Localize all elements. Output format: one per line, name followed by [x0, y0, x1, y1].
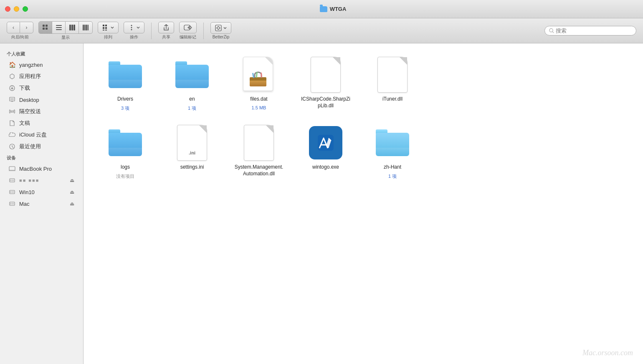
- svg-rect-14: [103, 25, 104, 26]
- svg-rect-2: [43, 28, 45, 30]
- window-title: WTGA: [330, 6, 347, 12]
- view-flow-btn[interactable]: [79, 22, 92, 33]
- filesdat-icon-wrapper: [240, 56, 278, 94]
- edittag-button[interactable]: [179, 22, 197, 33]
- forward-button[interactable]: ›: [20, 22, 33, 33]
- svg-rect-0: [43, 25, 45, 27]
- svg-rect-1: [46, 25, 48, 27]
- sidebar-item-apps[interactable]: 应用程序: [2, 71, 81, 82]
- file-item-ituner[interactable]: iTuner.dll: [367, 56, 418, 111]
- zhHant-folder-icon: [376, 129, 409, 156]
- desktop-icon: [8, 96, 16, 104]
- logs-folder-icon: [109, 129, 142, 156]
- view-buttons: [38, 21, 93, 34]
- svg-rect-33: [9, 167, 15, 170]
- view-column-btn[interactable]: [66, 22, 79, 33]
- minimize-button[interactable]: [14, 6, 19, 12]
- sidebar-item-disk1[interactable]: ■■ ■■■ ⏏: [2, 174, 81, 186]
- sidebar-item-mac[interactable]: Mac ⏏: [2, 198, 81, 210]
- sort-button[interactable]: [98, 22, 119, 33]
- svg-rect-34: [9, 170, 15, 171]
- divider-1: [151, 23, 152, 39]
- file-item-wintogo[interactable]: wintogo.exe: [301, 124, 351, 179]
- filesdat-meta: 1.5 MB: [252, 105, 266, 110]
- sidebar-label-yangzhen: yangzhen: [19, 62, 43, 68]
- file-item-settings[interactable]: .ini settings.ini: [167, 124, 217, 179]
- zhHant-name: zh-Hant: [384, 164, 401, 171]
- ituner-name: iTuner.dll: [382, 96, 403, 103]
- logs-icon-wrapper: [106, 124, 144, 162]
- back-button[interactable]: ‹: [7, 22, 20, 33]
- nav-buttons: ‹ ›: [7, 22, 33, 33]
- svg-point-37: [13, 180, 14, 181]
- file-item-zhHant[interactable]: zh-Hant 1 项: [367, 124, 418, 179]
- svg-point-31: [11, 111, 13, 112]
- zhHant-icon-wrapper: [374, 124, 411, 162]
- main-area: 个人收藏 🏠 yangzhen 应用程序 下载 Desktop: [0, 43, 643, 364]
- svg-rect-25: [215, 25, 221, 31]
- nav-group: ‹ › 向后/向前: [7, 22, 33, 40]
- sidebar-item-icloud[interactable]: iCloud 云盘: [2, 129, 81, 141]
- share-group: 共享: [158, 22, 174, 40]
- action-group: 操作: [124, 22, 144, 40]
- settings-icon-wrapper: .ini: [173, 124, 211, 162]
- win10-icon: [8, 188, 16, 196]
- close-button[interactable]: [5, 6, 10, 12]
- sysmanage-file-icon: [244, 125, 274, 161]
- svg-rect-42: [10, 203, 12, 205]
- filesdat-name: files.dat: [250, 96, 267, 103]
- sidebar-item-macbook[interactable]: MacBook Pro: [2, 163, 81, 174]
- view-list-btn[interactable]: [52, 22, 66, 33]
- svg-rect-18: [103, 30, 104, 30]
- sidebar-item-desktop[interactable]: Desktop: [2, 94, 81, 106]
- drivers-folder-icon: [109, 61, 142, 88]
- divider-2: [203, 23, 204, 39]
- file-item-drivers[interactable]: Drivers 3 项: [100, 56, 150, 111]
- ituner-file-icon: [377, 57, 408, 93]
- sysmanage-icon-wrapper: [240, 124, 278, 162]
- view-icon-btn[interactable]: [39, 22, 52, 33]
- betterzip-button[interactable]: [210, 22, 231, 34]
- eject-mac[interactable]: ⏏: [69, 201, 75, 207]
- svg-rect-6: [56, 29, 62, 30]
- sidebar-section-devices: 设备: [0, 152, 83, 163]
- betterzip-label: BetterZip: [213, 35, 230, 39]
- sidebar-item-yangzhen[interactable]: 🏠 yangzhen: [2, 59, 81, 71]
- maximize-button[interactable]: [23, 6, 28, 12]
- sidebar-item-win10[interactable]: Win10 ⏏: [2, 186, 81, 198]
- svg-rect-10: [83, 25, 84, 30]
- svg-rect-4: [56, 25, 62, 26]
- en-name: en: [189, 96, 195, 103]
- file-item-sysmanage[interactable]: System.Management.Automation.dll: [234, 124, 284, 179]
- file-item-en[interactable]: en 1 项: [167, 56, 217, 111]
- svg-rect-16: [103, 27, 104, 29]
- window-controls: [5, 6, 28, 12]
- sidebar-item-documents[interactable]: 文稿: [2, 117, 81, 129]
- file-item-logs[interactable]: logs 没有项目: [100, 124, 150, 179]
- svg-rect-47: [250, 79, 266, 81]
- share-button[interactable]: [158, 22, 174, 33]
- search-input[interactable]: [556, 28, 632, 34]
- filesdat-file-icon: [243, 57, 275, 93]
- eject-disk1[interactable]: ⏏: [69, 177, 75, 183]
- sidebar-item-recent[interactable]: 最近使用: [2, 141, 81, 152]
- sidebar-item-airdrop[interactable]: 隔空投送: [2, 106, 81, 117]
- eject-win10[interactable]: ⏏: [69, 189, 75, 195]
- sidebar-item-downloads[interactable]: 下载: [2, 82, 81, 94]
- share-label: 共享: [162, 34, 170, 40]
- file-item-icsharp[interactable]: ICSharpCode.SharpZipLib.dll: [301, 56, 351, 111]
- svg-rect-7: [69, 25, 71, 30]
- en-meta: 1 项: [188, 105, 196, 111]
- sidebar-label-documents: 文稿: [19, 119, 30, 127]
- logs-name: logs: [121, 164, 130, 171]
- icloud-icon: [8, 131, 16, 139]
- sidebar: 个人收藏 🏠 yangzhen 应用程序 下载 Desktop: [0, 43, 84, 364]
- search-box[interactable]: [544, 26, 636, 35]
- logs-meta: 没有项目: [116, 173, 134, 179]
- svg-point-21: [131, 27, 132, 28]
- action-button[interactable]: [124, 22, 144, 33]
- svg-rect-11: [84, 25, 86, 30]
- file-item-filesdat[interactable]: files.dat 1.5 MB: [234, 56, 284, 111]
- view-label: 显示: [61, 35, 70, 40]
- sidebar-label-downloads: 下载: [19, 84, 30, 92]
